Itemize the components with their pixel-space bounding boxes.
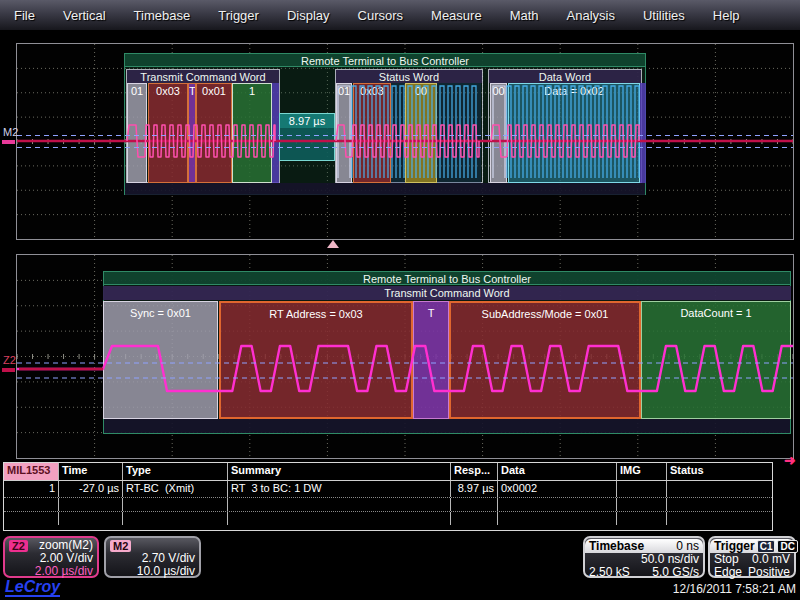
table-scroll-arrow-icon[interactable]: ➜	[784, 452, 796, 468]
timebase-samples: 2.50 kS	[589, 566, 630, 579]
menu-item-math[interactable]: Math	[496, 8, 553, 23]
trigger-position-marker[interactable]	[327, 240, 339, 248]
cell-img	[617, 481, 667, 497]
col-time: Time	[59, 463, 123, 480]
col-img: IMG	[617, 463, 667, 480]
descriptor-trigger[interactable]: Trigger C1 DC Stop 0.0 mV Edge Positive	[708, 536, 796, 578]
decode-table-empty-row	[4, 498, 772, 512]
trigger-type: Edge	[714, 566, 742, 579]
timebase-offset: 0 ns	[676, 540, 699, 553]
descriptor-m2[interactable]: M2 2.70 V/div 10.0 µs/div	[104, 536, 201, 578]
decode-table-header: MIL1553 Time Type Summary Resp... Data I…	[4, 463, 772, 481]
channel-label-z2[interactable]: Z2	[3, 354, 16, 366]
menu-item-utilities[interactable]: Utilities	[629, 8, 699, 23]
waveform-panel-m2[interactable]: Remote Terminal to Bus Controller Transm…	[16, 43, 794, 240]
cell-type: RT-BC (Xmit)	[123, 481, 228, 497]
m2-tdiv: 10.0 µs/div	[137, 565, 195, 578]
timebase-title: Timebase	[589, 540, 644, 553]
descriptor-z2[interactable]: Z2 zoom(M2) 2.00 V/div 2.00 µs/div	[3, 536, 99, 578]
col-status: Status	[667, 463, 772, 480]
cell-summary: RT 3 to BC: 1 DW	[228, 481, 451, 497]
z2-tdiv: 2.00 µs/div	[35, 565, 93, 578]
m2-chip: M2	[110, 540, 131, 552]
menu-item-display[interactable]: Display	[273, 8, 344, 23]
datetime-display: 12/16/2011 7:58:21 AM	[673, 582, 796, 596]
menu-item-cursors[interactable]: Cursors	[344, 8, 418, 23]
menu-item-help[interactable]: Help	[699, 8, 754, 23]
trigger-slope: Positive	[748, 566, 790, 579]
waveform-m2	[17, 44, 793, 239]
menu-item-file[interactable]: File	[0, 8, 49, 23]
waveform-z2	[17, 255, 793, 458]
descriptor-timebase[interactable]: Timebase 0 ns 50.0 ns/div 2.50 kS 5.0 GS…	[583, 536, 705, 578]
channel-tick-m2	[2, 140, 15, 144]
menu-item-vertical[interactable]: Vertical	[49, 8, 120, 23]
menu-item-measure[interactable]: Measure	[417, 8, 496, 23]
menu-bar: FileVerticalTimebaseTriggerDisplayCursor…	[0, 0, 800, 31]
trigger-coupling-badge: DC	[777, 540, 797, 553]
trigger-title: Trigger	[714, 540, 755, 553]
cell-index: 1	[4, 481, 59, 497]
col-resp: Resp...	[451, 463, 498, 480]
decode-protocol-label[interactable]: MIL1553	[4, 463, 59, 480]
col-summary: Summary	[228, 463, 451, 480]
z2-chip: Z2	[9, 540, 28, 552]
menu-item-analysis[interactable]: Analysis	[553, 8, 629, 23]
oscilloscope-screen: FileVerticalTimebaseTriggerDisplayCursor…	[0, 0, 800, 600]
col-data: Data	[498, 463, 617, 480]
channel-tick-z2	[2, 368, 15, 372]
cell-status	[667, 481, 772, 497]
lecroy-logo: LeCroy	[5, 578, 60, 597]
cell-time: -27.0 µs	[59, 481, 123, 497]
cell-data: 0x0002	[498, 481, 617, 497]
decode-table-row[interactable]: 1 -27.0 µs RT-BC (Xmit) RT 3 to BC: 1 DW…	[4, 481, 772, 498]
channel-label-m2[interactable]: M2	[3, 126, 18, 138]
cell-resp: 8.97 µs	[451, 481, 498, 497]
menu-item-timebase[interactable]: Timebase	[120, 8, 205, 23]
trigger-source-badge: C1	[757, 540, 776, 553]
decode-table-empty-row	[4, 512, 772, 525]
col-type: Type	[123, 463, 228, 480]
waveform-panel-z2[interactable]: Remote Terminal to Bus Controller Transm…	[16, 254, 794, 459]
decode-table[interactable]: MIL1553 Time Type Summary Resp... Data I…	[3, 462, 773, 531]
menu-item-trigger[interactable]: Trigger	[204, 8, 273, 23]
timebase-rate: 5.0 GS/s	[652, 566, 699, 579]
